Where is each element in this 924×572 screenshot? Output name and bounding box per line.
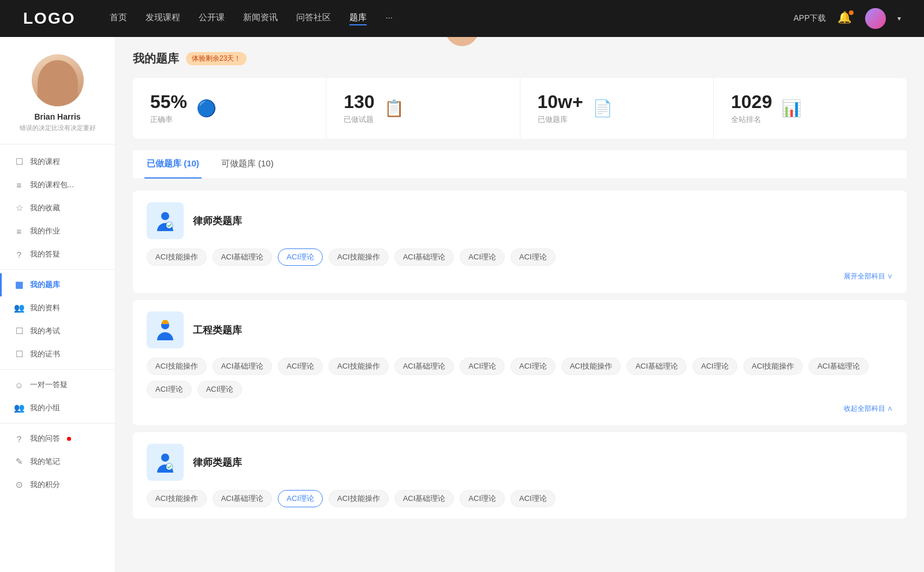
qbank-tag-1-1[interactable]: ACI基础理论 bbox=[213, 358, 273, 375]
sidebar-item-12[interactable]: ✎我的笔记 bbox=[0, 450, 115, 473]
qbank-tag-1-4[interactable]: ACI基础理论 bbox=[394, 358, 454, 375]
stat-label: 已做题库 bbox=[538, 114, 583, 125]
qbank-icon bbox=[147, 202, 184, 239]
app-download-button[interactable]: APP下载 bbox=[793, 13, 826, 24]
sidebar-item-6[interactable]: 👥我的资料 bbox=[0, 296, 115, 320]
chevron-down-icon[interactable]: ▾ bbox=[897, 14, 901, 23]
sidebar-menu-label: 一对一答疑 bbox=[30, 380, 68, 390]
qbank-tag-1-0[interactable]: ACI技能操作 bbox=[147, 358, 207, 375]
sidebar: Brian Harris 错误的决定比没有决定要好 ☐我的课程≡我的课程包...… bbox=[0, 37, 116, 572]
navbar-menu-item[interactable]: 首页 bbox=[110, 12, 127, 25]
avatar[interactable] bbox=[865, 8, 886, 29]
stat-label: 全站排名 bbox=[731, 114, 772, 125]
qbank-tag-1-3[interactable]: ACI技能操作 bbox=[329, 358, 389, 375]
qbank-title: 工程类题库 bbox=[193, 324, 242, 337]
stat-value: 55% bbox=[150, 92, 187, 112]
sidebar-item-7[interactable]: ☐我的考试 bbox=[0, 320, 115, 343]
qbank-tag-0-0[interactable]: ACI技能操作 bbox=[147, 248, 207, 266]
sidebar-menu-label: 我的资料 bbox=[30, 303, 60, 313]
qbank-tag-0-6[interactable]: ACI理论 bbox=[511, 248, 556, 266]
page-header: 我的题库 体验剩余23天！ bbox=[133, 51, 907, 66]
sidebar-item-9[interactable]: ☺一对一答疑 bbox=[0, 373, 115, 396]
qbank-tag-0-1[interactable]: ACI基础理论 bbox=[213, 248, 273, 266]
navbar-menu-item[interactable]: ··· bbox=[385, 12, 393, 25]
qbank-tag-1-5[interactable]: ACI理论 bbox=[460, 358, 505, 375]
sidebar-menu-label: 我的课程包... bbox=[30, 180, 74, 190]
stat-icon: 📊 bbox=[781, 99, 802, 118]
qbank-tag-2-4[interactable]: ACI基础理论 bbox=[394, 490, 454, 507]
qbank-tag-1-12[interactable]: ACI理论 bbox=[147, 381, 192, 398]
sidebar-item-4[interactable]: ?我的答疑 bbox=[0, 243, 115, 266]
stat-value: 130 bbox=[344, 92, 374, 112]
main-content: 我的题库 体验剩余23天！ 55% 正确率 🔵 130 已做试题 📋 10w+ … bbox=[116, 37, 924, 572]
stat-icon: 📋 bbox=[384, 99, 404, 118]
qbank-tag-2-1[interactable]: ACI基础理论 bbox=[213, 490, 273, 507]
stat-value: 10w+ bbox=[538, 92, 583, 112]
sidebar-item-0[interactable]: ☐我的课程 bbox=[0, 150, 115, 173]
sidebar-menu-list: ☐我的课程≡我的课程包...☆我的收藏≡我的作业?我的答疑▦我的题库👥我的资料☐… bbox=[0, 150, 115, 496]
qbank-tag-1-10[interactable]: ACI技能操作 bbox=[743, 358, 803, 375]
qbank-tag-2-3[interactable]: ACI技能操作 bbox=[329, 490, 389, 507]
page-title: 我的题库 bbox=[133, 51, 179, 66]
stat-item-2: 10w+ 已做题库 📄 bbox=[520, 78, 714, 139]
sidebar-item-5[interactable]: ▦我的题库 bbox=[0, 273, 115, 296]
qbank-footer-1[interactable]: 收起全部科目 ∧ bbox=[147, 404, 893, 414]
stat-item-3: 1029 全站排名 📊 bbox=[714, 78, 907, 139]
qbank-tag-1-11[interactable]: ACI基础理论 bbox=[808, 358, 869, 375]
qbank-tag-1-9[interactable]: ACI理论 bbox=[692, 358, 737, 375]
sidebar-item-1[interactable]: ≡我的课程包... bbox=[0, 173, 115, 196]
qbank-tag-0-4[interactable]: ACI基础理论 bbox=[394, 248, 454, 266]
qbank-tag-1-13[interactable]: ACI理论 bbox=[198, 381, 243, 398]
qbank-tag-2-5[interactable]: ACI理论 bbox=[460, 490, 505, 507]
sidebar-name: Brian Harris bbox=[34, 112, 80, 121]
sidebar-menu-label: 我的积分 bbox=[30, 480, 60, 490]
sidebar-menu-label: 我的题库 bbox=[30, 280, 60, 290]
svg-point-6 bbox=[161, 454, 169, 462]
qbank-tag-1-6[interactable]: ACI理论 bbox=[511, 358, 556, 375]
sidebar-menu-icon: ✎ bbox=[14, 456, 24, 467]
stat-value: 1029 bbox=[731, 92, 772, 112]
sidebar-menu-icon: ☐ bbox=[14, 326, 24, 336]
qbank-tag-1-2[interactable]: ACI理论 bbox=[278, 358, 323, 375]
navbar-menu: 首页发现课程公开课新闻资讯问答社区题库··· bbox=[110, 12, 793, 25]
stats-row: 55% 正确率 🔵 130 已做试题 📋 10w+ 已做题库 📄 1029 全站… bbox=[133, 78, 907, 139]
notification-bell[interactable]: 🔔 bbox=[837, 10, 854, 27]
sidebar-menu-label: 我的课程 bbox=[30, 157, 60, 167]
sidebar-item-8[interactable]: ☐我的证书 bbox=[0, 343, 115, 366]
avatar-image bbox=[865, 8, 886, 29]
navbar-right: APP下载 🔔 ▾ bbox=[793, 8, 901, 29]
qbank-card-1: 工程类题库 ACI技能操作ACI基础理论ACI理论ACI技能操作ACI基础理论A… bbox=[133, 300, 907, 425]
navbar-menu-item[interactable]: 问答社区 bbox=[296, 12, 331, 25]
sidebar-item-10[interactable]: 👥我的小组 bbox=[0, 396, 115, 419]
sidebar-menu-icon: 👥 bbox=[14, 303, 24, 313]
qbank-title: 律师类题库 bbox=[193, 456, 242, 469]
qbank-tag-0-3[interactable]: ACI技能操作 bbox=[329, 248, 389, 266]
stat-label: 正确率 bbox=[150, 114, 187, 125]
navbar-menu-item[interactable]: 发现课程 bbox=[146, 12, 180, 25]
sidebar-menu-icon: ≡ bbox=[14, 226, 24, 236]
qbank-tag-2-2[interactable]: ACI理论 bbox=[278, 490, 323, 507]
qbank-card-0: 律师类题库 ACI技能操作ACI基础理论ACI理论ACI技能操作ACI基础理论A… bbox=[133, 191, 907, 293]
svg-rect-5 bbox=[163, 320, 167, 322]
sidebar-menu-icon: ? bbox=[14, 434, 24, 444]
qbank-tag-0-5[interactable]: ACI理论 bbox=[460, 248, 505, 266]
tabs-row: 已做题库 (10)可做题库 (10) bbox=[133, 150, 907, 179]
navbar: LOGO 首页发现课程公开课新闻资讯问答社区题库··· APP下载 🔔 ▾ bbox=[0, 0, 924, 37]
qbank-tag-1-7[interactable]: ACI技能操作 bbox=[561, 358, 621, 375]
qbank-footer-0[interactable]: 展开全部科目 ∨ bbox=[147, 272, 893, 281]
sidebar-menu-label: 我的证书 bbox=[30, 349, 60, 359]
sidebar-item-3[interactable]: ≡我的作业 bbox=[0, 220, 115, 243]
navbar-menu-item[interactable]: 新闻资讯 bbox=[243, 12, 278, 25]
sidebar-item-2[interactable]: ☆我的收藏 bbox=[0, 196, 115, 220]
qbank-tag-0-2[interactable]: ACI理论 bbox=[278, 248, 323, 266]
sidebar-item-13[interactable]: ⊙我的积分 bbox=[0, 473, 115, 496]
qbank-tag-2-6[interactable]: ACI理论 bbox=[511, 490, 556, 507]
sidebar-menu-icon: ☐ bbox=[14, 157, 24, 167]
tab-item-0[interactable]: 已做题库 (10) bbox=[144, 150, 202, 179]
qbank-tag-2-0[interactable]: ACI技能操作 bbox=[147, 490, 207, 507]
tab-item-1[interactable]: 可做题库 (10) bbox=[219, 150, 276, 179]
sidebar-item-11[interactable]: ?我的问答 bbox=[0, 427, 115, 450]
navbar-menu-item[interactable]: 题库 bbox=[349, 12, 367, 25]
navbar-menu-item[interactable]: 公开课 bbox=[199, 12, 225, 25]
qbank-tag-1-8[interactable]: ACI基础理论 bbox=[627, 358, 687, 375]
